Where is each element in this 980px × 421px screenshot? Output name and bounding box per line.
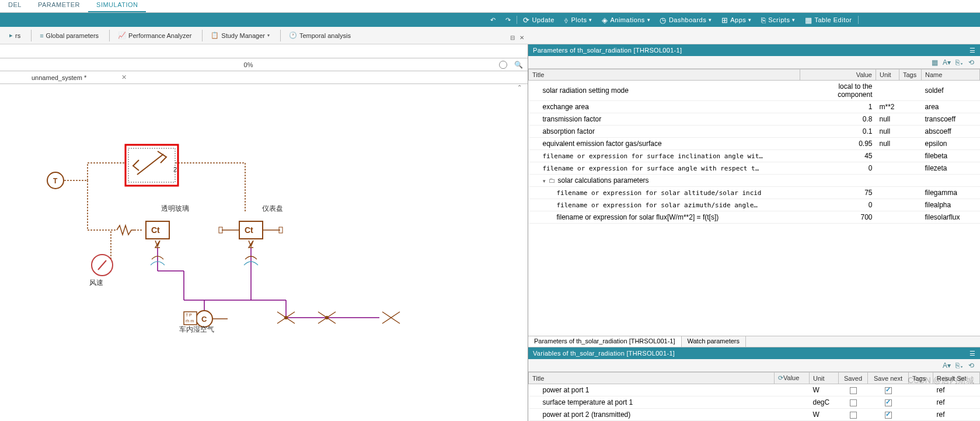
param-value[interactable]: 0.95 — [800, 138, 876, 150]
dashboards-button[interactable]: ◷Dashboards▾ — [655, 16, 716, 25]
subtab-params[interactable]: Parameters of th_solar_radiation [THRSOL… — [528, 336, 682, 347]
param-value[interactable]: 0 — [800, 199, 876, 211]
var-row[interactable]: power at port 1Wref — [529, 384, 980, 396]
var-saved[interactable] — [839, 409, 868, 421]
checkbox[interactable] — [885, 412, 892, 419]
var-title: surface temperature at port 1 — [529, 396, 775, 409]
subtab-watch[interactable]: Watch parameters — [682, 336, 746, 347]
checkbox[interactable] — [885, 399, 892, 406]
separator — [280, 30, 281, 41]
var-saved[interactable] — [839, 384, 868, 396]
checkbox[interactable] — [850, 412, 857, 419]
params-table[interactable]: TitleValueUnitTagsNamesolar radiation se… — [528, 69, 980, 336]
param-value[interactable]: 45 — [800, 150, 876, 162]
param-name: transcoeff — [922, 113, 980, 126]
param-value[interactable]: local to the component — [800, 81, 876, 101]
font-icon[interactable]: A▾ — [943, 58, 951, 67]
minimize-icon[interactable]: ⊟ — [508, 34, 517, 41]
param-row[interactable]: equivalent emission factor gas/surface0.… — [529, 138, 980, 150]
checkbox[interactable] — [885, 387, 892, 394]
param-value[interactable]: 75 — [800, 187, 876, 199]
chevron-down-icon: ▾ — [792, 17, 796, 23]
redo-icon[interactable]: ↷ — [501, 16, 516, 24]
tab-simulation[interactable]: SIMULATION — [88, 0, 146, 12]
var-savenext[interactable] — [868, 409, 909, 421]
var-savenext[interactable] — [868, 396, 909, 409]
refresh-icon[interactable]: ⟲ — [968, 361, 974, 370]
stop-icon[interactable] — [499, 61, 507, 69]
param-row[interactable]: filename or expression for surface angle… — [529, 162, 980, 175]
var-row[interactable]: surface temperature at port 1degCref — [529, 396, 980, 409]
plots-button[interactable]: ⎀Plots▾ — [559, 16, 597, 25]
undo-icon[interactable]: ↶ — [486, 16, 501, 24]
col-name[interactable]: Name — [922, 69, 980, 81]
param-row[interactable]: filename or expression for solar altitud… — [529, 187, 980, 199]
plot-icon: ⎀ — [564, 16, 569, 25]
var-row[interactable]: power at port 2 (transmitted)Wref — [529, 409, 980, 421]
param-tags — [899, 81, 922, 101]
rs-button[interactable]: ▸rs — [5, 30, 25, 40]
param-value[interactable]: 0.1 — [800, 126, 876, 138]
temporal-analysis-button[interactable]: 🕐Temporal analysis — [284, 30, 355, 40]
label-moist-air: 车内湿空气 — [179, 325, 214, 335]
update-button[interactable]: ⟳Update — [518, 16, 559, 25]
study-manager-button[interactable]: 📋Study Manager▾ — [206, 30, 274, 40]
param-row[interactable]: filename or expression for solar flux[W/… — [529, 211, 980, 224]
param-value[interactable]: 0.8 — [800, 113, 876, 126]
col-unit[interactable]: Unit — [810, 373, 839, 384]
param-group-row[interactable]: ▾🗀solar calculations parameters — [529, 175, 980, 187]
table-editor-button[interactable]: ▦Table Editor — [800, 16, 857, 25]
var-saved[interactable] — [839, 396, 868, 409]
param-row[interactable]: filename or expression for surface incli… — [529, 150, 980, 162]
export-icon[interactable]: ⎘▾ — [955, 361, 964, 370]
param-value[interactable]: 700 — [800, 211, 876, 224]
param-row[interactable]: absorption factor0.1nullabscoeff — [529, 126, 980, 138]
checkbox[interactable] — [850, 399, 857, 406]
grid-icon[interactable]: ▦ — [932, 58, 938, 67]
var-savenext[interactable] — [868, 384, 909, 396]
clock-icon: 🕐 — [289, 32, 297, 39]
refresh-icon[interactable]: ⟲ — [968, 58, 974, 67]
scroll-up-icon[interactable]: ⌃ — [517, 84, 522, 91]
file-tab[interactable]: unnamed_system * ✕ — [23, 71, 135, 83]
col-value[interactable]: ⟳Value — [775, 373, 810, 384]
panel-menu-icon[interactable]: ☰ — [969, 350, 975, 357]
param-tags — [899, 162, 922, 175]
tab-parameter[interactable]: PARAMETER — [30, 0, 88, 12]
param-row[interactable]: exchange area1m**2area — [529, 101, 980, 113]
col-value[interactable]: Value — [800, 69, 876, 81]
animations-button[interactable]: ◈Animations▾ — [597, 16, 655, 25]
apps-button[interactable]: ⊞Apps▾ — [717, 16, 756, 25]
col-saved[interactable]: Saved — [839, 373, 868, 384]
col-result[interactable]: Result Set — [933, 373, 980, 384]
scripts-button[interactable]: ⎘Scripts▾ — [756, 16, 800, 25]
col-title[interactable]: Title — [529, 373, 775, 384]
param-row[interactable]: solar radiation setting modelocal to the… — [529, 81, 980, 101]
model-canvas[interactable]: ⌃ — [0, 84, 528, 421]
tab-model[interactable]: DEL — [0, 0, 30, 12]
col-tags[interactable]: Tags — [909, 373, 933, 384]
checkbox[interactable] — [850, 387, 857, 394]
var-result: ref — [933, 384, 980, 396]
global-parameters-button[interactable]: ≡Global parameters — [35, 31, 103, 40]
param-title: filename or expression for surface angle… — [529, 162, 800, 175]
search-icon[interactable]: 🔍 — [510, 61, 528, 69]
param-value[interactable]: 0 — [800, 162, 876, 175]
col-title[interactable]: Title — [529, 69, 800, 81]
col-tags[interactable]: Tags — [899, 69, 922, 81]
scripts-label: Scripts — [768, 16, 790, 23]
font-icon[interactable]: A▾ — [943, 361, 951, 370]
close-icon[interactable]: ✕ — [121, 74, 127, 81]
col-savenext[interactable]: Save next — [868, 373, 909, 384]
close-icon[interactable]: ✕ — [517, 34, 526, 41]
vars-table[interactable]: Title⟳ValueUnitSavedSave nextTagsResult … — [528, 372, 980, 421]
perf-analyzer-button[interactable]: 📈Performance Analyzer — [113, 30, 196, 40]
param-row[interactable]: filename or expression for solar azimuth… — [529, 199, 980, 211]
panel-menu-icon[interactable]: ☰ — [969, 47, 975, 54]
collapse-icon[interactable]: ▾ — [543, 178, 549, 184]
param-row[interactable]: transmission factor0.8nulltranscoeff — [529, 113, 980, 126]
export-icon[interactable]: ⎘▾ — [955, 58, 964, 67]
refresh-icon[interactable]: ⟳ — [778, 374, 783, 381]
col-unit[interactable]: Unit — [876, 69, 899, 81]
param-value[interactable]: 1 — [800, 101, 876, 113]
